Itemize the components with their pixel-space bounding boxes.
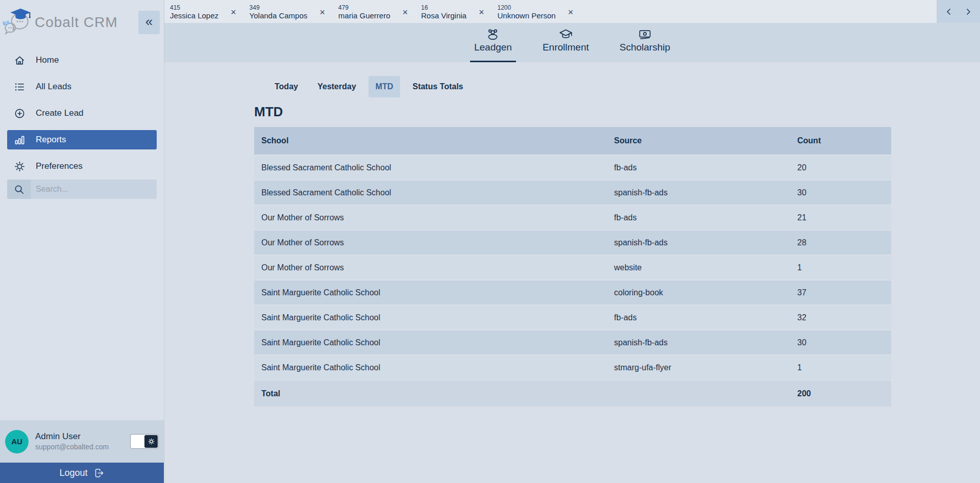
close-icon[interactable]: × (566, 7, 576, 18)
cell-school: Blessed Sacrament Catholic School (254, 181, 607, 205)
sidebar-item-all-leads[interactable]: All Leads (7, 77, 157, 96)
cobalt-logo-icon (2, 8, 32, 37)
toggle-gear-button[interactable] (144, 435, 158, 448)
cell-source: spanish-fb-ads (607, 331, 790, 354)
logo-row: Cobalt CRM « (0, 0, 164, 44)
lead-tab[interactable]: 1200Unknown Person× (495, 0, 578, 23)
cell-school: Our Mother of Sorrows (254, 206, 607, 230)
lead-tab-info: 16Rosa Virginia (421, 4, 477, 20)
column-header-count: Count (790, 127, 891, 155)
cell-school: Blessed Sacrament Catholic School (254, 156, 607, 180)
logout-label: Logout (59, 468, 87, 478)
lead-tabs: 415Jessica Lopez×349Yolanda Campos×479ma… (164, 0, 937, 23)
cell-count: 37 (790, 281, 891, 304)
table-row: Blessed Sacrament Catholic Schoolfb-ads2… (254, 156, 891, 180)
cell-school: Saint Marguerite Catholic School (254, 355, 607, 379)
close-icon[interactable]: × (317, 7, 327, 18)
lead-tab[interactable]: 479maria Guerrero× (336, 0, 413, 23)
report-subtabs: Today Yesterday MTD Status Totals (267, 76, 890, 97)
cell-school: Our Mother of Sorrows (254, 231, 607, 255)
chevron-right-icon (963, 7, 973, 17)
subtab-today[interactable]: Today (267, 76, 305, 97)
bar-chart-icon (14, 134, 26, 146)
lead-tab-name: Rosa Virginia (421, 11, 467, 20)
column-header-source: Source (607, 127, 790, 155)
user-info: Admin User support@cobalted.com (35, 431, 124, 451)
cell-school: Saint Marguerite Catholic School (254, 331, 607, 354)
tab-scroll-right-button[interactable] (963, 6, 974, 17)
tab-scroll-left-button[interactable] (943, 6, 954, 17)
avatar: AU (5, 430, 29, 453)
logout-button[interactable]: Logout (0, 463, 164, 483)
search-input[interactable] (31, 180, 157, 199)
close-icon[interactable]: × (477, 7, 486, 18)
lead-tab-id: 16 (421, 4, 467, 11)
cell-count: 28 (790, 231, 891, 255)
lead-tab-info: 1200Unknown Person (497, 4, 566, 20)
grad-cap-icon (559, 28, 573, 41)
cell-source: coloring-book (607, 281, 790, 304)
table-row: Saint Marguerite Catholic Schoolfb-ads32 (254, 306, 891, 329)
module-tab-label: Enrollment (543, 42, 589, 53)
list-icon (14, 81, 26, 93)
gear-icon (14, 161, 26, 172)
lead-tab-name: maria Guerrero (338, 11, 390, 20)
cell-count: 20 (790, 156, 891, 180)
cell-school: Saint Marguerite Catholic School (254, 281, 607, 304)
cell-count: 1 (790, 256, 891, 279)
cell-school: Saint Marguerite Catholic School (254, 306, 607, 329)
close-icon[interactable]: × (229, 7, 238, 18)
table-row: Saint Marguerite Catholic Schoolspanish-… (254, 331, 891, 354)
cell-count: 32 (790, 306, 891, 329)
sidebar-item-label: Home (36, 55, 59, 65)
table-body: Blessed Sacrament Catholic Schoolfb-ads2… (254, 156, 891, 406)
settings-toggle[interactable] (130, 434, 159, 449)
lead-tab-id: 349 (250, 4, 308, 11)
table-row: Our Mother of Sorrowsfb-ads21 (254, 206, 891, 230)
close-icon[interactable]: × (401, 7, 410, 18)
module-tab-enrollment[interactable]: Enrollment (538, 28, 593, 62)
lead-tab-info: 479maria Guerrero (338, 4, 401, 20)
subtab-yesterday[interactable]: Yesterday (310, 76, 363, 97)
lead-tab-name: Unknown Person (497, 11, 555, 20)
app-title: Cobalt CRM (35, 14, 135, 31)
sidebar-item-home[interactable]: Home (7, 50, 157, 70)
subtab-status-totals[interactable]: Status Totals (405, 76, 470, 97)
cell-school: Our Mother of Sorrows (254, 256, 607, 279)
sidebar-item-preferences[interactable]: Preferences (7, 157, 157, 176)
search-icon-box[interactable] (7, 180, 31, 199)
sidebar-search (7, 180, 157, 199)
lead-tab[interactable]: 415Jessica Lopez× (168, 0, 241, 23)
report-content: Today Yesterday MTD Status Totals MTD Sc… (164, 62, 980, 483)
sidebar-collapse-button[interactable]: « (138, 11, 160, 34)
cell-source: fb-ads (607, 156, 790, 180)
lead-tab-name: Yolanda Campos (250, 11, 308, 20)
main-area: 415Jessica Lopez×349Yolanda Campos×479ma… (164, 0, 980, 483)
lead-tab-id: 1200 (497, 4, 555, 11)
module-tab-leadgen[interactable]: Leadgen (470, 28, 516, 62)
cell-source: spanish-fb-ads (607, 181, 790, 205)
sidebar-item-label: Reports (36, 135, 66, 145)
people-icon (486, 28, 500, 41)
lead-tab-info: 349Yolanda Campos (250, 4, 318, 20)
cell-source: fb-ads (607, 206, 790, 230)
user-card: AU Admin User support@cobalted.com (0, 420, 164, 463)
sidebar-item-label: Preferences (36, 161, 83, 171)
subtab-mtd[interactable]: MTD (369, 76, 401, 97)
module-tab-scholarship[interactable]: Scholarship (616, 28, 674, 62)
table-header-row: School Source Count (254, 127, 891, 155)
sidebar-item-create-lead[interactable]: Create Lead (7, 104, 157, 123)
user-name: Admin User (35, 431, 124, 442)
sidebar-item-reports[interactable]: Reports (7, 130, 157, 149)
module-tab-label: Scholarship (620, 42, 670, 53)
sidebar-spacer (0, 199, 164, 420)
cell-source: fb-ads (607, 306, 790, 329)
lead-tab[interactable]: 349Yolanda Campos× (248, 0, 330, 23)
lead-tab-id: 479 (338, 4, 390, 11)
cell-source: stmarg-ufa-flyer (607, 355, 790, 379)
search-icon (13, 184, 24, 195)
table-row: Our Mother of Sorrowsspanish-fb-ads28 (254, 231, 891, 255)
lead-tabstrip: 415Jessica Lopez×349Yolanda Campos×479ma… (164, 0, 980, 23)
cell-source: website (607, 256, 790, 279)
lead-tab[interactable]: 16Rosa Virginia× (419, 0, 489, 23)
